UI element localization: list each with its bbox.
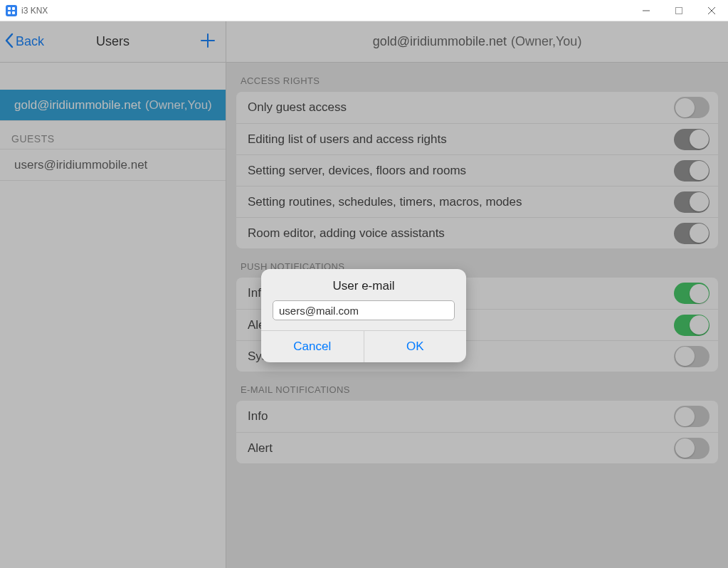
window-titlebar: i3 KNX <box>0 0 728 21</box>
modal-button-row: Cancel OK <box>261 330 466 362</box>
window-minimize-button[interactable] <box>630 0 663 21</box>
user-email-input[interactable] <box>273 300 455 320</box>
ok-button[interactable]: OK <box>364 331 467 362</box>
window-controls <box>630 0 728 21</box>
svg-rect-3 <box>12 11 15 14</box>
svg-rect-1 <box>12 7 15 10</box>
modal-title: User e-mail <box>261 269 466 300</box>
window-maximize-button[interactable] <box>663 0 695 21</box>
maximize-icon <box>675 7 682 14</box>
window-title: i3 KNX <box>21 6 48 16</box>
cancel-label: Cancel <box>293 340 331 354</box>
user-email-modal: User e-mail Cancel OK <box>261 269 466 362</box>
modal-input-wrap <box>261 300 466 330</box>
close-icon <box>708 7 715 14</box>
app-icon <box>6 5 17 16</box>
svg-rect-0 <box>8 7 11 10</box>
svg-rect-5 <box>676 8 682 14</box>
minimize-icon <box>643 7 650 14</box>
app-body: Back Users gold@iridiummobile.net (Owner… <box>0 21 728 568</box>
cancel-button[interactable]: Cancel <box>261 331 364 362</box>
window-close-button[interactable] <box>695 0 728 21</box>
ok-label: OK <box>406 340 424 354</box>
svg-rect-2 <box>8 11 11 14</box>
